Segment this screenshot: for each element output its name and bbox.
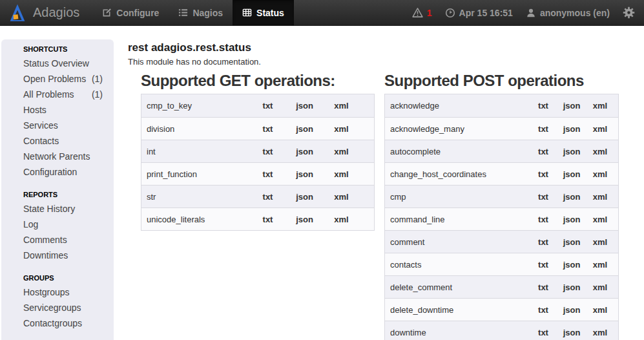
xml-link[interactable]: xml [323, 101, 360, 111]
sidebar-item-status-overview[interactable]: Status Overview [23, 56, 103, 71]
txt-link[interactable]: txt [529, 282, 557, 292]
sidebar-section-reports: REPORTSState HistoryLogCommentsDowntimes [23, 188, 103, 263]
txt-link[interactable]: txt [529, 192, 557, 202]
gear-icon [623, 6, 635, 19]
json-link[interactable]: json [286, 124, 323, 134]
xml-link[interactable]: xml [586, 192, 614, 202]
json-link[interactable]: json [286, 147, 323, 156]
operation-name: command_line [390, 215, 529, 224]
operation-row-division: divisiontxtjsonxml [141, 117, 374, 140]
json-link[interactable]: json [557, 169, 586, 179]
sidebar-item-contacts[interactable]: Contacts [23, 133, 103, 149]
txt-link[interactable]: txt [249, 101, 286, 111]
sidebar-item-downtimes[interactable]: Downtimes [23, 248, 103, 263]
alerts-indicator[interactable]: 1 [412, 7, 432, 18]
txt-link[interactable]: txt [529, 237, 557, 247]
json-link[interactable]: json [557, 328, 586, 337]
sidebar-item-all-problems[interactable]: All Problems(1) [23, 87, 103, 102]
xml-link[interactable]: xml [586, 124, 614, 134]
sidebar-item-label: Network Parents [23, 149, 90, 164]
json-link[interactable]: json [557, 215, 586, 224]
xml-link[interactable]: xml [323, 215, 360, 224]
txt-link[interactable]: txt [529, 124, 557, 134]
sidebar-item-label: Downtimes [23, 248, 68, 263]
sidebar-item-network-parents[interactable]: Network Parents [23, 149, 103, 164]
json-link[interactable]: json [557, 101, 586, 111]
txt-link[interactable]: txt [529, 260, 557, 270]
sidebar-item-label: Comments [23, 232, 67, 248]
json-link[interactable]: json [557, 260, 586, 270]
txt-link[interactable]: txt [249, 124, 286, 134]
xml-link[interactable]: xml [586, 169, 614, 179]
json-link[interactable]: json [286, 192, 323, 202]
sidebar-item-open-problems[interactable]: Open Problems(1) [23, 71, 103, 87]
json-link[interactable]: json [286, 215, 323, 224]
sidebar-item-hostgroups[interactable]: Hostgroups [23, 284, 103, 300]
operation-name: cmp [390, 192, 529, 202]
sidebar-item-services[interactable]: Services [23, 118, 103, 133]
settings-button[interactable] [623, 6, 635, 19]
xml-link[interactable]: xml [586, 237, 614, 247]
user-menu[interactable]: anonymous (en) [526, 8, 610, 18]
txt-link[interactable]: txt [529, 169, 557, 179]
operation-row-contacts: contactstxtjsonxml [385, 253, 618, 275]
sidebar-item-contactgroups[interactable]: Contactgroups [23, 315, 103, 331]
xml-link[interactable]: xml [323, 147, 360, 156]
nav-item-nagios[interactable]: Nagios [169, 0, 233, 26]
json-link[interactable]: json [557, 237, 586, 247]
xml-link[interactable]: xml [586, 282, 614, 292]
sidebar-item-label: Services [23, 118, 58, 133]
sidebar-item-hosts[interactable]: Hosts [23, 102, 103, 118]
xml-link[interactable]: xml [586, 305, 614, 315]
warning-icon [412, 7, 423, 18]
sidebar-item-servicegroups[interactable]: Servicegroups [23, 300, 103, 315]
datetime-label: Apr 15 16:51 [459, 8, 513, 18]
txt-link[interactable]: txt [529, 215, 557, 224]
operation-row-command-line: command_linetxtjsonxml [385, 207, 618, 230]
txt-link[interactable]: txt [529, 328, 557, 337]
json-link[interactable]: json [286, 169, 323, 179]
table-icon [242, 8, 252, 17]
json-link[interactable]: json [557, 192, 586, 202]
xml-link[interactable]: xml [323, 169, 360, 179]
txt-link[interactable]: txt [249, 169, 286, 179]
txt-link[interactable]: txt [249, 215, 286, 224]
sidebar-item-state-history[interactable]: State History [23, 201, 103, 217]
sidebar-item-log[interactable]: Log [23, 217, 103, 232]
json-link[interactable]: json [557, 124, 586, 134]
json-link[interactable]: json [557, 147, 586, 156]
adagios-logo-icon [8, 3, 26, 22]
item-count-badge: (1) [92, 87, 103, 102]
sidebar-item-label: Hosts [23, 102, 47, 118]
txt-link[interactable]: txt [249, 147, 286, 156]
xml-link[interactable]: xml [586, 328, 614, 337]
sidebar-section-title: REPORTS [23, 188, 103, 201]
txt-link[interactable]: txt [529, 101, 557, 111]
xml-link[interactable]: xml [586, 215, 614, 224]
nav-item-status[interactable]: Status [233, 0, 294, 26]
xml-link[interactable]: xml [586, 101, 614, 111]
adagios-app: Adagios Configure Nagios [0, 0, 644, 340]
xml-link[interactable]: xml [586, 260, 614, 270]
sidebar-item-configuration[interactable]: Configuration [23, 164, 103, 180]
xml-link[interactable]: xml [586, 147, 614, 156]
xml-link[interactable]: xml [323, 192, 360, 202]
nav-item-configure[interactable]: Configure [92, 0, 169, 26]
brand-link[interactable]: Adagios [0, 3, 79, 22]
txt-link[interactable]: txt [529, 147, 557, 156]
operation-name: int [147, 147, 249, 156]
sidebar-item-comments[interactable]: Comments [23, 232, 103, 248]
xml-link[interactable]: xml [323, 124, 360, 134]
sidebar-item-label: Log [23, 217, 38, 232]
sidebar-item-label: Contacts [23, 133, 59, 149]
json-link[interactable]: json [286, 101, 323, 111]
txt-link[interactable]: txt [529, 305, 557, 315]
sidebar-item-label: Open Problems [23, 71, 86, 87]
sidebar-section-shortcuts: SHORTCUTSStatus OverviewOpen Problems(1)… [23, 43, 103, 180]
get-operations-section: Supported GET operations: cmp_to_keytxtj… [141, 72, 375, 340]
user-icon [526, 8, 536, 18]
nav-item-label: Status [256, 8, 284, 18]
txt-link[interactable]: txt [249, 192, 286, 202]
json-link[interactable]: json [557, 282, 586, 292]
json-link[interactable]: json [557, 305, 586, 315]
